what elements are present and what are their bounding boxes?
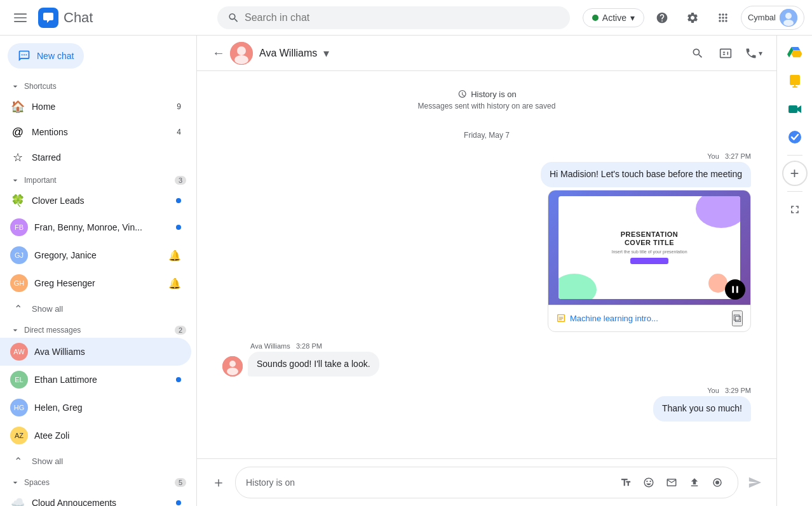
helen-greg-avatar: HG bbox=[10, 399, 28, 416]
pres-blob1 bbox=[696, 196, 740, 228]
sidebar-item-clover-leads[interactable]: 🍀 Clover Leads bbox=[0, 188, 191, 213]
pres-blob2 bbox=[558, 274, 597, 299]
atee-label: Atee Zoli bbox=[34, 430, 181, 441]
chat-contact-name: Ava Williams bbox=[259, 48, 317, 59]
apps-button[interactable] bbox=[710, 5, 736, 30]
chat-call-button[interactable]: ▾ bbox=[741, 41, 766, 66]
google-tasks-button[interactable] bbox=[782, 124, 808, 150]
new-chat-button[interactable]: New chat bbox=[8, 43, 84, 69]
input-placeholder[interactable]: History is on bbox=[246, 477, 611, 488]
important-header[interactable]: Important 3 bbox=[0, 170, 196, 188]
topbar: Chat Active ▾ Cymbal bbox=[0, 0, 812, 36]
sidebar-item-helen-greg[interactable]: HG Helen, Greg bbox=[0, 394, 191, 422]
account-button[interactable]: Cymbal bbox=[741, 6, 804, 30]
sidebar-item-home[interactable]: 🏠 Home 9 bbox=[0, 94, 191, 119]
unread-dot bbox=[176, 198, 181, 203]
hamburger-button[interactable] bbox=[8, 5, 33, 30]
fran-group-avatar: FB bbox=[10, 218, 28, 236]
upload-button[interactable] bbox=[684, 472, 705, 493]
google-drive-button[interactable] bbox=[782, 41, 808, 66]
attachment-name: Machine learning intro... bbox=[556, 313, 658, 323]
svg-rect-2 bbox=[14, 21, 27, 22]
account-name: Cymbal bbox=[748, 13, 776, 22]
record-button[interactable] bbox=[707, 472, 727, 493]
mention-button[interactable] bbox=[661, 472, 682, 493]
fran-group-label: Fran, Benny, Monroe, Vin... bbox=[34, 222, 170, 232]
important-show-all[interactable]: ⌃ Show all bbox=[0, 297, 196, 320]
sidebar-item-greg-h[interactable]: GH Greg Hesenger 🔔 bbox=[0, 269, 191, 297]
greg-h-label: Greg Hesenger bbox=[34, 278, 162, 288]
important-label: Important bbox=[24, 176, 57, 185]
helen-greg-label: Helen, Greg bbox=[34, 403, 181, 413]
svg-point-14 bbox=[227, 368, 238, 375]
topbar-search bbox=[217, 6, 570, 29]
attachment-name-text: Machine learning intro... bbox=[570, 314, 658, 323]
sidebar-item-mentions[interactable]: @ Mentions 4 bbox=[0, 119, 191, 145]
svg-rect-0 bbox=[14, 13, 27, 15]
clover-leads-label: Clover Leads bbox=[32, 196, 170, 206]
attachment-copy-button[interactable]: ⧉ bbox=[732, 310, 743, 326]
app-logo bbox=[38, 8, 58, 28]
starred-label: Starred bbox=[32, 152, 181, 163]
svg-point-5 bbox=[785, 13, 792, 19]
spaces-header[interactable]: Spaces 5 bbox=[0, 472, 196, 490]
right-panel-add-button[interactable]: + bbox=[782, 161, 808, 186]
search-box bbox=[217, 6, 570, 29]
chat-header-user: Ava Williams ▾ bbox=[230, 42, 685, 65]
chat-chevron[interactable]: ▾ bbox=[323, 46, 329, 60]
shortcuts-header[interactable]: Shortcuts bbox=[0, 76, 196, 94]
emoji-button[interactable] bbox=[639, 472, 659, 493]
cloud-icon: ☁️ bbox=[10, 495, 25, 506]
google-keep-button[interactable] bbox=[782, 69, 808, 94]
account-avatar bbox=[780, 9, 797, 27]
greg-h-avatar: GH bbox=[10, 274, 28, 292]
input-area: ＋ History is on bbox=[197, 458, 776, 506]
attachment-footer: Machine learning intro... ⧉ bbox=[548, 305, 750, 331]
sidebar-item-starred[interactable]: ☆ Starred bbox=[0, 145, 191, 170]
help-button[interactable] bbox=[649, 5, 675, 30]
sidebar-item-ava[interactable]: AW Ava Williams bbox=[0, 338, 191, 366]
back-button[interactable]: ← bbox=[207, 42, 230, 65]
msg-bubble-received-1: Sounds good! I'll take a look. bbox=[248, 352, 379, 377]
layout: New chat Shortcuts 🏠 Home 9 @ Mentions 4… bbox=[0, 36, 812, 506]
send-button[interactable] bbox=[743, 471, 766, 494]
clover-leads-icon: 🍀 bbox=[10, 193, 25, 208]
date-divider: Friday, May 7 bbox=[222, 131, 751, 140]
starred-icon: ☆ bbox=[10, 150, 25, 165]
history-on-text: History is on bbox=[471, 90, 517, 99]
svg-point-9 bbox=[234, 55, 248, 64]
format-text-button[interactable] bbox=[616, 472, 636, 493]
msg-meta-sent-2: You 3:29 PM bbox=[707, 387, 751, 394]
cloud-label: Cloud Annoucements bbox=[32, 498, 170, 506]
pres-title: PRESENTATIONCOVER TITLE bbox=[621, 230, 679, 247]
active-status-button[interactable]: Active ▾ bbox=[583, 8, 644, 27]
chat-video-button[interactable] bbox=[713, 41, 738, 66]
msg-bubble-sent-1: Hi Madision! Let's touch base before the… bbox=[541, 162, 751, 187]
home-badge: 9 bbox=[177, 102, 181, 111]
gregory-avatar: GJ bbox=[10, 246, 28, 264]
direct-messages-label: Direct messages bbox=[24, 326, 81, 335]
svg-rect-11 bbox=[736, 286, 738, 293]
sidebar-item-ethan[interactable]: EL Ethan Lattimore bbox=[0, 366, 191, 394]
svg-rect-20 bbox=[788, 105, 797, 113]
settings-button[interactable] bbox=[680, 5, 705, 30]
received-avatar bbox=[222, 356, 243, 376]
dm-show-all[interactable]: ⌃ Show all bbox=[0, 449, 196, 472]
important-badge: 3 bbox=[175, 176, 186, 185]
attachment-card: PRESENTATIONCOVER TITLE Insert the sub t… bbox=[548, 190, 751, 332]
direct-messages-header[interactable]: Direct messages 2 bbox=[0, 320, 196, 338]
chat-header-actions: ▾ bbox=[685, 41, 766, 66]
expand-button[interactable] bbox=[782, 197, 808, 222]
shortcuts-label: Shortcuts bbox=[24, 82, 57, 91]
sidebar-item-fran-group[interactable]: FB Fran, Benny, Monroe, Vin... bbox=[0, 213, 191, 241]
search-input[interactable] bbox=[245, 12, 560, 23]
cloud-unread-dot bbox=[176, 500, 181, 505]
search-icon bbox=[227, 11, 240, 24]
chat-search-button[interactable] bbox=[685, 41, 710, 66]
sidebar-item-gregory[interactable]: GJ Gregory, Janice 🔔 bbox=[0, 241, 191, 269]
sidebar-item-cloud[interactable]: ☁️ Cloud Annoucements bbox=[0, 490, 191, 506]
sidebar-item-atee[interactable]: AZ Atee Zoli bbox=[0, 422, 191, 449]
add-button[interactable]: ＋ bbox=[207, 471, 230, 494]
attachment-preview: PRESENTATIONCOVER TITLE Insert the sub t… bbox=[548, 190, 750, 305]
google-meet-button[interactable] bbox=[782, 97, 808, 122]
